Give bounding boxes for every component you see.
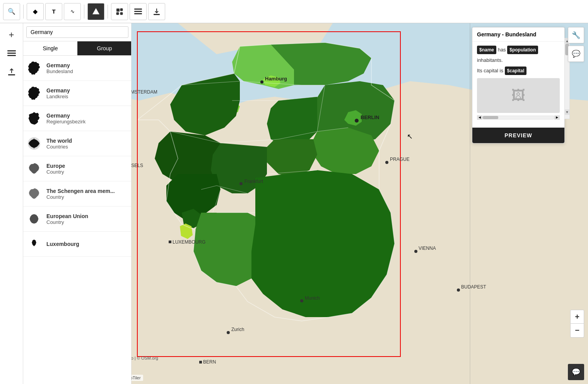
svg-rect-10	[7, 53, 16, 54]
layer-info-germany-landkreis: Germany Landkreis	[46, 87, 128, 99]
svg-text:Hamburg: Hamburg	[265, 76, 287, 82]
toolbar: 🔍 ◆ T ∿	[0, 0, 588, 23]
popup-text-inhabitants: inhabitants.	[477, 56, 560, 64]
svg-point-43	[414, 250, 417, 253]
svg-rect-9	[7, 50, 16, 51]
layer-sub: Country	[46, 219, 128, 225]
upload-button[interactable]	[4, 64, 19, 80]
layer-info-schengen: The Schengen area mem... Country	[46, 188, 128, 200]
sidebar: + Single Group Germany Bundesland	[0, 23, 132, 384]
zoom-in-button[interactable]: +	[570, 310, 584, 324]
layer-item-germany-regierungsbezirk[interactable]: Germany Regierungsbezirk	[23, 106, 132, 131]
separator-3	[108, 5, 108, 19]
search-tool-button[interactable]: 🔍	[3, 3, 20, 20]
svg-text:VIENNA: VIENNA	[419, 246, 436, 251]
layer-thumb-luxembourg	[26, 236, 42, 252]
popup-horiz-scrollbar[interactable]: ◀ ▶	[477, 115, 560, 120]
horiz-scroll-track	[482, 116, 554, 119]
layer-name: European Union	[46, 213, 128, 219]
layer-item-luxembourg[interactable]: Luxembourg	[23, 232, 132, 257]
layer-thumb-germany-landkreis	[26, 85, 42, 101]
scroll-left-arrow[interactable]: ◀	[477, 115, 482, 120]
add-layer-button[interactable]: +	[4, 27, 19, 43]
layer-thumb-world-countries	[26, 136, 42, 151]
measure-tool-button[interactable]: ∿	[64, 3, 81, 20]
svg-point-35	[355, 119, 359, 123]
marker-tool-button[interactable]: ◆	[27, 3, 44, 20]
feedback-button[interactable]: 💬	[568, 364, 584, 380]
scroll-right-arrow[interactable]: ▶	[554, 115, 560, 120]
layer-info-europe-country: Europe Country	[46, 163, 128, 175]
svg-text:LUXEMBOURG: LUXEMBOURG	[173, 239, 205, 245]
menu-button[interactable]	[4, 46, 19, 61]
layer-thumb-europe-country	[26, 161, 42, 176]
separator-1	[23, 5, 24, 19]
preview-button[interactable]: PREVIEW	[472, 128, 564, 143]
svg-point-33	[260, 80, 263, 84]
tab-group[interactable]: Group	[77, 41, 132, 55]
layer-name: Europe	[46, 163, 128, 169]
layer-item-eu-country[interactable]: European Union Country	[23, 207, 132, 232]
zoom-out-button[interactable]: −	[570, 324, 584, 338]
image-placeholder-icon: 🖼	[511, 87, 525, 104]
layer-name: The world	[46, 138, 128, 144]
layer-name: Luxembourg	[46, 241, 128, 247]
download-tool-button[interactable]	[148, 3, 165, 20]
popup-image-area: 🖼	[477, 78, 560, 113]
svg-point-55	[227, 331, 230, 334]
layer-thumb-eu-country	[26, 211, 42, 227]
layers-tool-button[interactable]	[130, 3, 147, 20]
right-action-buttons: 🔧 💬	[568, 27, 584, 62]
edit-tool-button[interactable]	[111, 3, 128, 20]
layer-item-germany-landkreis[interactable]: Germany Landkreis	[23, 81, 132, 106]
separator-2	[84, 5, 84, 19]
shape-tool-button[interactable]	[87, 3, 104, 20]
svg-rect-57	[199, 361, 202, 364]
popup-capital-tag: $capital	[505, 67, 527, 75]
layer-sub: Countries	[46, 144, 128, 150]
layer-thumb-germany-bundesland	[26, 60, 42, 76]
layer-item-germany-bundesland[interactable]: Germany Bundesland	[23, 56, 132, 81]
layer-name: The Schengen area mem...	[46, 188, 128, 194]
layer-info-germany-bundesland: Germany Bundesland	[46, 62, 128, 74]
svg-text:PRAGUE: PRAGUE	[390, 157, 410, 162]
layer-sub: Regierungsbezirk	[46, 119, 128, 125]
layer-item-schengen-country[interactable]: The Schengen area mem... Country	[23, 181, 132, 207]
svg-text:BERN: BERN	[203, 359, 216, 365]
layer-item-world-countries[interactable]: The world Countries	[23, 131, 132, 156]
wrench-button[interactable]: 🔧	[568, 27, 584, 43]
svg-rect-4	[120, 12, 123, 15]
svg-marker-0	[92, 8, 99, 14]
svg-point-45	[457, 288, 460, 292]
svg-rect-6	[134, 11, 142, 12]
popup-capital-prefix: Its capital is	[477, 68, 503, 73]
svg-rect-51	[169, 241, 171, 243]
layer-sub: Landkreis	[46, 94, 128, 99]
tab-single[interactable]: Single	[23, 41, 77, 55]
sidebar-main-content: Single Group Germany Bundesland	[23, 23, 132, 384]
layer-item-europe-country[interactable]: Europe Country	[23, 156, 132, 181]
layer-name: Germany	[46, 113, 128, 119]
layer-sub: Country	[46, 194, 128, 200]
svg-text:BUDAPEST: BUDAPEST	[461, 284, 486, 290]
svg-point-39	[300, 299, 303, 302]
svg-text:AMSTERDAM: AMSTERDAM	[128, 89, 157, 95]
feedback-icon: 💬	[572, 368, 580, 376]
layer-thumb-schengen-country	[26, 186, 42, 201]
svg-text:BERLIN: BERLIN	[361, 114, 379, 120]
popup-name-tag: $name	[477, 46, 496, 54]
chat-button[interactable]: 💬	[568, 46, 584, 62]
svg-rect-12	[8, 74, 15, 75]
layer-info-germany-regierungsbezirk: Germany Regierungsbezirk	[46, 113, 128, 125]
svg-rect-11	[7, 55, 16, 56]
sidebar-icon-strip: +	[0, 23, 23, 384]
svg-text:Frankfurt: Frankfurt	[244, 179, 263, 184]
popup-content: $name has $population inhabitants. Its c…	[472, 42, 564, 124]
text-tool-button[interactable]: T	[45, 3, 62, 20]
svg-text:Zurich: Zurich	[231, 327, 244, 332]
svg-rect-5	[134, 9, 142, 10]
scroll-down-arrow[interactable]: ▼	[565, 109, 569, 115]
svg-text:Munich: Munich	[305, 295, 320, 301]
layer-list[interactable]: Germany Bundesland Germany Landkreis	[23, 56, 132, 384]
search-input[interactable]	[26, 26, 128, 38]
